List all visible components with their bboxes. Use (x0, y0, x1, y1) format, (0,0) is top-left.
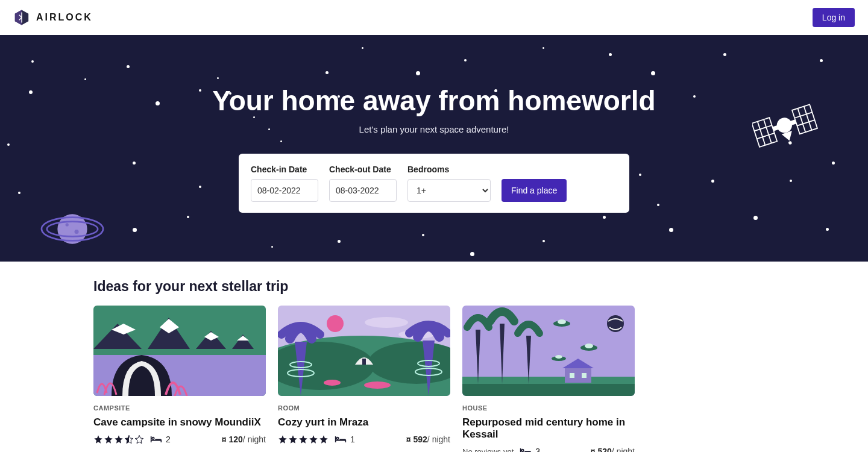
hero-subtitle: Let's plan your next space adventure! (0, 124, 868, 134)
hero-section: Your home away from homeworld Let's plan… (0, 35, 868, 262)
svg-point-41 (558, 319, 566, 324)
listing-image (278, 306, 450, 396)
logo-icon (13, 9, 30, 26)
svg-line-10 (758, 122, 766, 145)
price-suffix: / night (612, 447, 635, 452)
listing-type: ROOM (278, 404, 450, 412)
price-suffix: / night (243, 435, 266, 444)
listing-image (93, 306, 266, 396)
svg-rect-47 (565, 368, 591, 383)
hero-title: Your home away from homeworld (0, 84, 868, 117)
bed-count: 3 (535, 447, 540, 452)
listing-image (462, 306, 635, 396)
svg-line-8 (754, 125, 772, 131)
checkout-input[interactable] (329, 179, 397, 202)
checkout-field: Check-out Date (329, 165, 397, 202)
listing-price: ¤ 520 (591, 447, 612, 452)
svg-rect-39 (462, 377, 635, 384)
svg-rect-49 (582, 373, 587, 378)
bed-icon (335, 435, 347, 444)
star-empty-icon (134, 435, 144, 444)
svg-line-15 (797, 108, 805, 132)
price-suffix: / night (427, 435, 450, 444)
listing-title: Cave campsite in snowy MoundiiX (93, 416, 266, 428)
svg-point-43 (585, 344, 593, 348)
bed-count: 2 (166, 435, 171, 444)
listing-price: ¤ 120 (222, 435, 243, 444)
svg-rect-38 (462, 383, 635, 396)
svg-line-16 (804, 107, 812, 130)
section-title: Ideas for your next stellar trip (93, 278, 775, 295)
listing-card[interactable]: ROOM Cozy yurt in Mraza 1 (278, 306, 450, 452)
no-reviews-label: No reviews yet (462, 447, 514, 453)
checkin-label: Check-in Date (251, 165, 318, 174)
header-bar: AIRLOCK Log in (0, 0, 868, 35)
bedrooms-field: Bedrooms 1+ (407, 165, 491, 202)
svg-marker-1 (15, 10, 22, 25)
listing-cards: CAMPSITE Cave campsite in snowy MoundiiX… (93, 306, 775, 452)
listing-type: CAMPSITE (93, 404, 266, 412)
svg-point-27 (327, 315, 344, 332)
star-full-icon (114, 435, 124, 444)
planet-decoration (39, 202, 106, 256)
checkout-label: Check-out Date (329, 165, 397, 174)
bed-icon (520, 447, 532, 452)
bed-count: 1 (350, 435, 355, 444)
star-full-icon (93, 435, 103, 444)
star-full-icon (298, 435, 308, 444)
svg-rect-34 (362, 359, 366, 365)
listing-price: ¤ 592 (406, 435, 427, 444)
svg-point-6 (75, 230, 79, 234)
listing-title: Repurposed mid century home in Kessail (462, 416, 635, 441)
satellite-decoration (752, 101, 819, 155)
login-button[interactable]: Log in (813, 8, 855, 27)
bedrooms-select[interactable]: 1+ (407, 179, 491, 202)
svg-line-11 (764, 119, 772, 143)
listing-meta: 2 ¤ 120/ night (93, 435, 266, 444)
svg-point-28 (365, 317, 408, 328)
bed-icon (150, 435, 162, 444)
listing-meta: No reviews yet 3 ¤ 520/ night (462, 447, 635, 452)
rating-stars (93, 435, 144, 444)
svg-point-45 (555, 355, 562, 359)
svg-point-35 (324, 380, 341, 386)
logo[interactable]: AIRLOCK (13, 9, 93, 26)
rating-stars (278, 435, 329, 444)
svg-point-5 (66, 223, 69, 226)
svg-line-9 (757, 133, 775, 139)
listing-meta: 1 ¤ 592/ night (278, 435, 450, 444)
listing-title: Cozy yurt in Mraza (278, 416, 450, 428)
find-place-button[interactable]: Find a place (502, 179, 567, 202)
svg-line-13 (794, 112, 812, 118)
listing-card[interactable]: CAMPSITE Cave campsite in snowy MoundiiX… (93, 306, 266, 452)
checkin-input[interactable] (251, 179, 318, 202)
listing-card[interactable]: HOUSE Repurposed mid century home in Kes… (462, 306, 635, 452)
listings-section: Ideas for your next stellar trip (81, 262, 787, 452)
logo-text: AIRLOCK (36, 12, 93, 23)
svg-rect-48 (570, 373, 574, 378)
star-full-icon (278, 435, 288, 444)
star-full-icon (104, 435, 113, 444)
listing-type: HOUSE (462, 404, 635, 412)
star-full-icon (319, 435, 329, 444)
search-card: Check-in Date Check-out Date Bedrooms 1+… (239, 154, 629, 213)
svg-point-20 (788, 141, 792, 145)
svg-point-36 (364, 381, 391, 389)
checkin-field: Check-in Date (251, 165, 318, 202)
svg-line-14 (797, 120, 814, 125)
star-half-icon (124, 435, 134, 444)
star-full-icon (288, 435, 298, 444)
star-full-icon (309, 435, 318, 444)
bedrooms-label: Bedrooms (407, 165, 491, 174)
